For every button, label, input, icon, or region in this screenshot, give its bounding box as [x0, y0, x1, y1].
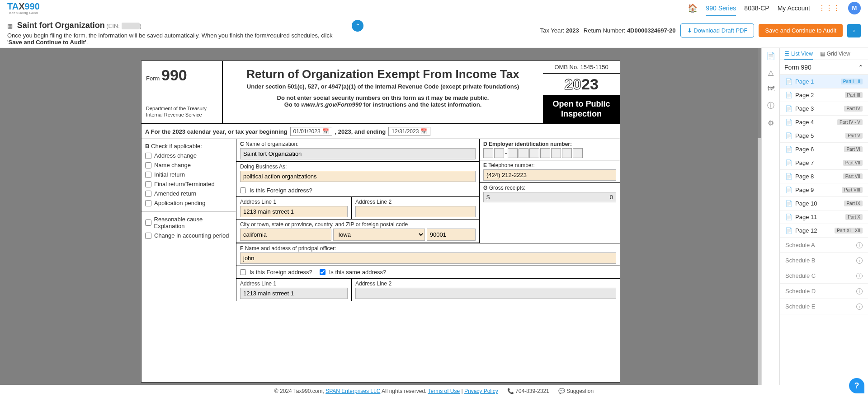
page-nav-4[interactable]: 📄Page 4Part IV - V: [780, 116, 868, 129]
page-nav-8[interactable]: 📄Page 8Part VII: [780, 170, 868, 183]
form-990-page1: Form 990 Department of the TreasuryInter…: [141, 61, 620, 383]
page-nav-2[interactable]: 📄Page 2Part III: [780, 89, 868, 102]
expand-panel-button[interactable]: ›: [847, 24, 861, 37]
schedule-nav[interactable]: Schedule Bi: [780, 253, 868, 268]
input-zip[interactable]: [427, 229, 476, 241]
ein-label: (EIN: ): [106, 23, 142, 29]
page-nav-10[interactable]: 📄Page 10Part IX: [780, 197, 868, 210]
chk-same-address[interactable]: [320, 269, 326, 275]
form-990-accordion[interactable]: Form 990⌃: [780, 60, 868, 75]
chk-final-return[interactable]: [145, 181, 151, 187]
chk-reasonable-cause[interactable]: [145, 220, 151, 226]
input-telephone[interactable]: [483, 169, 616, 181]
nav-8038cp[interactable]: 8038-CP: [744, 5, 769, 12]
form-viewport: Form 990 Department of the TreasuryInter…: [0, 48, 761, 395]
right-panel: ☰ List View ▦ Grid View Form 990⌃ 📄Page …: [779, 48, 868, 395]
page-nav-6[interactable]: 📄Page 6Part VI: [780, 143, 868, 156]
chk-amended[interactable]: [145, 191, 151, 197]
page-icon: 📄: [785, 92, 793, 98]
phone-number[interactable]: 📞 704-839-2321: [507, 388, 549, 394]
doc-icon[interactable]: 📄: [766, 51, 775, 60]
chk-officer-foreign[interactable]: [240, 269, 246, 275]
scrollbar-thumb[interactable]: [758, 48, 761, 138]
footer: © 2024 Tax990.com, SPAN Enterprises LLC …: [0, 385, 868, 395]
inspection-badge: Open to PublicInspection: [543, 95, 620, 123]
save-instruction: Once you begin filing the form, the info…: [7, 32, 337, 46]
page-nav-5[interactable]: 📄Page 5Part V: [780, 129, 868, 143]
logo[interactable]: TAX990 Keep Doing Good: [7, 1, 40, 15]
chevron-up-icon: ⌃: [858, 64, 863, 71]
info-icon: i: [856, 304, 863, 310]
info-icon: i: [856, 257, 863, 264]
return-number: Return Number: 4D0000324697-20: [584, 27, 676, 34]
warning-icon[interactable]: △: [768, 68, 774, 77]
page-nav-12[interactable]: 📄Page 12Part XI - XII: [780, 224, 868, 238]
privacy-link[interactable]: Privacy Policy: [464, 388, 498, 394]
apps-icon[interactable]: ⋮⋮⋮: [818, 4, 840, 12]
settings-icon[interactable]: ⚙: [768, 119, 774, 127]
page-icon: 📄: [785, 78, 793, 85]
topbar: TAX990 Keep Doing Good 🏠 990 Series 8038…: [0, 0, 868, 16]
date-end-input[interactable]: 12/31/2023📅: [388, 127, 430, 136]
page-nav-9[interactable]: 📄Page 9Part VIII: [780, 183, 868, 197]
info-icon[interactable]: ⓘ: [767, 101, 774, 111]
info-icon: i: [856, 242, 863, 248]
schedule-nav[interactable]: Schedule Ei: [780, 299, 868, 314]
download-draft-button[interactable]: ⬇ Download Draft PDF: [680, 23, 755, 37]
input-org-name[interactable]: [240, 148, 476, 159]
date-begin-input[interactable]: 01/01/2023📅: [290, 127, 332, 136]
chk-foreign-address[interactable]: [240, 187, 246, 193]
avatar[interactable]: M: [848, 2, 861, 14]
chk-name-change[interactable]: [145, 162, 151, 168]
page-nav-7[interactable]: 📄Page 7Part VII: [780, 156, 868, 170]
info-icon: i: [856, 273, 863, 279]
label-org-name: C Name of organization:: [240, 141, 476, 147]
page-nav-11[interactable]: 📄Page 11Part X: [780, 210, 868, 224]
suggestion-button[interactable]: 💬 Suggestion: [558, 388, 594, 394]
select-state[interactable]: Iowa: [333, 229, 425, 241]
terms-link[interactable]: Terms of Use: [428, 388, 460, 394]
nav-my-account[interactable]: My Account: [778, 5, 810, 12]
collapse-icon[interactable]: ⌃: [352, 20, 363, 32]
save-continue-button[interactable]: Save and Continue to Audit: [759, 24, 843, 37]
page-icon: 📄: [785, 214, 793, 220]
chk-accounting-change[interactable]: [145, 233, 151, 239]
schedule-nav[interactable]: Schedule Ci: [780, 268, 868, 284]
tax-year-display: 2023: [543, 74, 620, 95]
chk-address-change[interactable]: [145, 153, 151, 159]
span-link[interactable]: SPAN Enterprises LLC: [326, 388, 380, 394]
help-fab[interactable]: ?: [849, 378, 864, 393]
page-nav-1[interactable]: 📄Page 1Part I - II: [780, 75, 868, 89]
org-name: Saint fort Organization: [17, 21, 105, 30]
input-dba[interactable]: [240, 171, 476, 182]
schedule-nav[interactable]: Schedule Di: [780, 284, 868, 299]
tab-list-view[interactable]: ☰ List View: [784, 51, 813, 60]
map-icon[interactable]: 🗺: [767, 85, 774, 93]
nav-990-series[interactable]: 990 Series: [706, 5, 736, 16]
ein-input[interactable]: -: [483, 148, 616, 158]
input-addr1[interactable]: [240, 206, 348, 217]
subheader: ▦ Saint fort Organization (EIN: ) Once y…: [0, 16, 868, 48]
home-icon[interactable]: 🏠: [688, 3, 698, 13]
label-ein: D Employer identification number:: [483, 141, 616, 147]
tab-grid-view[interactable]: ▦ Grid View: [820, 51, 850, 57]
page-nav-3[interactable]: 📄Page 3Part IV: [780, 102, 868, 116]
input-city[interactable]: [240, 229, 331, 241]
form-title: Return of Organization Exempt From Incom…: [232, 67, 534, 81]
calendar-icon: 📅: [322, 128, 329, 135]
icon-rail: 📄 △ 🗺 ⓘ ⚙: [761, 48, 779, 395]
chk-app-pending[interactable]: [145, 200, 151, 206]
input-officer-addr2[interactable]: [355, 288, 616, 299]
section-a-label: A For the 2023 calendar year, or tax yea…: [145, 128, 288, 135]
chk-initial-return[interactable]: [145, 172, 151, 178]
page-icon: 📄: [785, 146, 793, 153]
grid-icon: ▦: [7, 23, 13, 29]
section-b-title: B B Check if applicable:Check if applica…: [145, 143, 232, 149]
page-icon: 📄: [785, 200, 793, 207]
gross-receipts-value: 0: [610, 194, 613, 201]
page-icon: 📄: [785, 173, 793, 180]
input-officer-addr1[interactable]: [240, 288, 348, 299]
input-addr2[interactable]: [355, 206, 476, 217]
schedule-nav[interactable]: Schedule Ai: [780, 238, 868, 253]
input-officer-name[interactable]: [240, 252, 616, 264]
